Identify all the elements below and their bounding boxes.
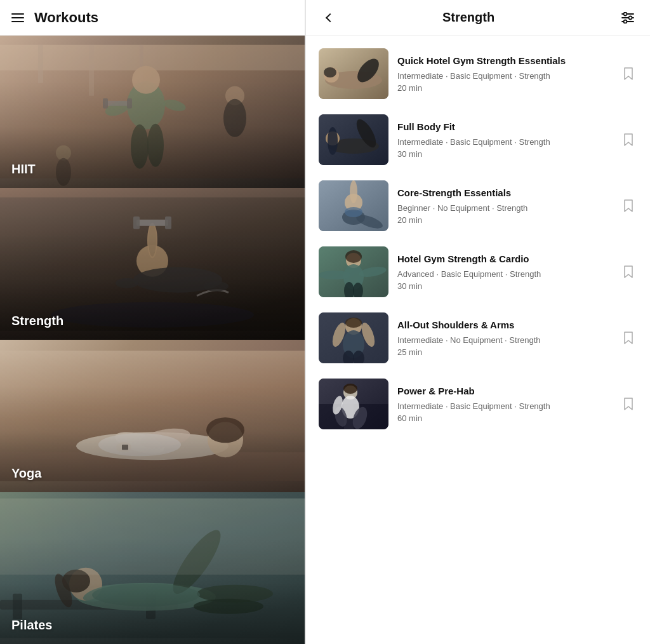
workout-thumb-3 xyxy=(319,180,388,231)
svg-point-72 xyxy=(350,180,357,203)
workout-meta-1: Intermediate · Basic Equipment · Strengt… xyxy=(397,70,611,83)
workout-meta-4: Advanced · Basic Equipment · Strength xyxy=(397,268,611,281)
workout-info-6: Power & Pre-Hab Intermediate · Basic Equ… xyxy=(397,385,611,423)
svg-point-54 xyxy=(624,12,627,15)
workout-item-1[interactable]: Quick Hotel Gym Strength Essentials Inte… xyxy=(306,41,650,107)
category-card-pilates[interactable]: Pilates xyxy=(0,492,305,645)
category-card-strength[interactable]: Strength xyxy=(0,188,305,340)
workout-title-2: Full Body Fit xyxy=(397,121,611,133)
category-label-pilates: Pilates xyxy=(11,618,52,633)
workout-meta-3: Beginner · No Equipment · Strength xyxy=(397,202,611,215)
category-list: HIIT xyxy=(0,36,305,644)
svg-point-56 xyxy=(629,16,632,19)
filter-icon xyxy=(621,12,635,23)
svg-point-74 xyxy=(345,207,362,217)
bookmark-icon-1 xyxy=(623,67,633,81)
workout-info-4: Hotel Gym Strength & Cardio Advanced · B… xyxy=(397,253,611,291)
svg-point-68 xyxy=(328,127,338,155)
svg-point-82 xyxy=(345,250,362,263)
svg-point-58 xyxy=(624,20,627,23)
workout-title-4: Hotel Gym Strength & Cardio xyxy=(397,253,611,265)
svg-point-99 xyxy=(343,384,357,394)
workout-duration-3: 20 min xyxy=(397,215,611,225)
filter-button[interactable] xyxy=(618,8,637,27)
bookmark-button-3[interactable] xyxy=(620,197,637,215)
bookmark-button-4[interactable] xyxy=(620,263,637,281)
left-header: Workouts xyxy=(0,0,305,36)
workout-title-3: Core-Strength Essentials xyxy=(397,187,611,199)
workout-info-2: Full Body Fit Intermediate · Basic Equip… xyxy=(397,121,611,159)
workout-info-1: Quick Hotel Gym Strength Essentials Inte… xyxy=(397,55,611,93)
category-label-yoga: Yoga xyxy=(11,466,41,481)
workout-item-5[interactable]: All-Out Shoulders & Arms Intermediate · … xyxy=(306,305,650,371)
workout-info-5: All-Out Shoulders & Arms Intermediate · … xyxy=(397,319,611,357)
workout-duration-2: 30 min xyxy=(397,149,611,159)
category-label-hiit: HIIT xyxy=(11,162,36,177)
bookmark-icon-2 xyxy=(623,133,633,147)
detail-title: Strength xyxy=(319,10,618,25)
workout-item-list: Quick Hotel Gym Strength Essentials Inte… xyxy=(306,36,650,644)
workout-item-4[interactable]: Hotel Gym Strength & Cardio Advanced · B… xyxy=(306,239,650,305)
page-title: Workouts xyxy=(34,10,98,26)
workout-thumb-6 xyxy=(319,379,388,429)
workout-title-6: Power & Pre-Hab xyxy=(397,385,611,398)
workout-thumb-5 xyxy=(319,312,388,363)
right-panel: Strength xyxy=(305,0,650,644)
workout-item-2[interactable]: Full Body Fit Intermediate · Basic Equip… xyxy=(306,107,650,173)
bookmark-button-2[interactable] xyxy=(620,131,637,149)
workout-info-3: Core-Strength Essentials Beginner · No E… xyxy=(397,187,611,225)
bookmark-icon-4 xyxy=(623,265,633,279)
workout-title-5: All-Out Shoulders & Arms xyxy=(397,319,611,332)
category-card-yoga[interactable]: Yoga xyxy=(0,340,305,492)
menu-icon[interactable] xyxy=(11,13,24,22)
workout-duration-6: 60 min xyxy=(397,413,611,423)
workout-meta-6: Intermediate · Basic Equipment · Strengt… xyxy=(397,400,611,413)
workout-thumb-2 xyxy=(319,114,388,165)
bookmark-button-1[interactable] xyxy=(620,65,637,83)
workout-item-6[interactable]: Power & Pre-Hab Intermediate · Basic Equ… xyxy=(306,371,650,437)
workout-thumb-4 xyxy=(319,246,388,297)
bookmark-button-6[interactable] xyxy=(620,395,637,413)
category-label-strength: Strength xyxy=(11,314,63,328)
card-overlay-hiit xyxy=(0,36,305,188)
left-panel: Workouts xyxy=(0,0,305,644)
category-card-hiit[interactable]: HIIT xyxy=(0,36,305,188)
svg-point-90 xyxy=(345,318,362,328)
workout-duration-1: 20 min xyxy=(397,83,611,93)
svg-point-63 xyxy=(324,67,336,77)
workout-duration-5: 25 min xyxy=(397,347,611,357)
workout-meta-2: Intermediate · Basic Equipment · Strengt… xyxy=(397,136,611,149)
bookmark-button-5[interactable] xyxy=(620,329,637,347)
workout-item-3[interactable]: Core-Strength Essentials Beginner · No E… xyxy=(306,173,650,239)
workout-duration-4: 30 min xyxy=(397,281,611,291)
workout-thumb-1 xyxy=(319,48,388,99)
right-header: Strength xyxy=(306,0,650,36)
bookmark-icon-6 xyxy=(623,397,633,411)
workout-title-1: Quick Hotel Gym Strength Essentials xyxy=(397,55,611,67)
card-overlay-yoga xyxy=(0,340,305,492)
bookmark-icon-3 xyxy=(623,199,633,213)
bookmark-icon-5 xyxy=(623,331,633,345)
workout-meta-5: Intermediate · No Equipment · Strength xyxy=(397,334,611,347)
svg-point-78 xyxy=(319,271,350,279)
